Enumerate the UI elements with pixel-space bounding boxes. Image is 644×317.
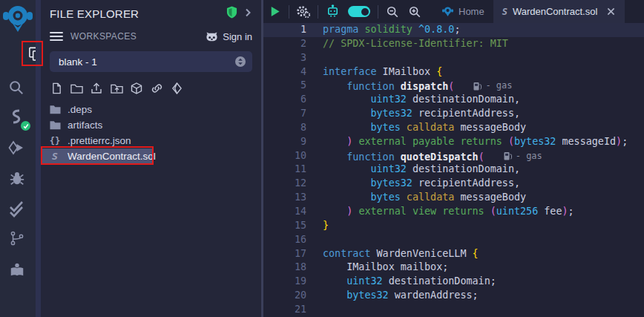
code-line-13[interactable]: 13 bytes calldata messageBody bbox=[263, 191, 644, 205]
code-line-6[interactable]: 6 uint32 destinationDomain, bbox=[263, 93, 644, 107]
line-number: 18 bbox=[263, 261, 306, 275]
workspaces-label: WORKSPACES bbox=[70, 31, 198, 42]
code-line-14[interactable]: 14 ) external view returns (uint256 fee)… bbox=[263, 205, 644, 219]
gas-estimate-hint: - gas bbox=[473, 79, 512, 93]
solidity-file-icon[interactable] bbox=[170, 82, 183, 95]
publish-ipfs-icon[interactable] bbox=[130, 82, 143, 95]
git-icon[interactable] bbox=[7, 229, 27, 248]
sign-in-button[interactable]: Sign in bbox=[206, 31, 252, 42]
code-line-2[interactable]: 2// SPDX-License-Identifier: MIT bbox=[263, 37, 644, 51]
line-number: 19 bbox=[263, 275, 306, 289]
code-line-1[interactable]: 1pragma solidity ^0.8.0; bbox=[263, 23, 644, 37]
solidity-compiler-icon[interactable] bbox=[7, 108, 26, 127]
toolbar-separator bbox=[378, 5, 378, 19]
code-line-20[interactable]: 20 bytes32 wardenAddress; bbox=[263, 289, 644, 303]
learneth-icon[interactable] bbox=[7, 261, 27, 280]
file-row-artifacts[interactable]: artifacts bbox=[41, 117, 261, 133]
upload-folder-icon[interactable] bbox=[110, 82, 123, 95]
remix-ide-window: FILE EXPLORER WORKSPACES bbox=[0, 0, 644, 317]
code-line-21[interactable]: 21 bbox=[263, 303, 644, 317]
line-number: 3 bbox=[263, 51, 306, 65]
line-number: 21 bbox=[263, 303, 306, 317]
code-line-5[interactable]: 5 function dispatch( - gas bbox=[263, 79, 644, 93]
upload-file-icon[interactable] bbox=[90, 82, 103, 95]
folder-icon bbox=[49, 104, 61, 116]
line-number: 13 bbox=[263, 191, 306, 205]
editor-header: Home S WardenContract.sol bbox=[263, 0, 644, 23]
file-label: WardenContract.sol bbox=[68, 151, 156, 162]
code-line-8[interactable]: 8 bytes calldata messageBody bbox=[263, 121, 644, 135]
file-tree: .deps artifacts{}.prettierrc.jsonSWarden… bbox=[41, 102, 261, 164]
compile-success-badge bbox=[21, 121, 30, 131]
line-number: 17 bbox=[263, 247, 306, 261]
debugger-icon[interactable] bbox=[7, 169, 27, 188]
gas-pump-icon bbox=[504, 151, 512, 160]
code-line-18[interactable]: 18 IMailbox mailbox; bbox=[263, 261, 644, 275]
line-number: 11 bbox=[263, 163, 306, 177]
line-number: 1 bbox=[263, 23, 306, 37]
chevron-right-icon[interactable] bbox=[243, 4, 252, 20]
zoom-out-icon[interactable] bbox=[384, 3, 401, 21]
panel-header: FILE EXPLORER bbox=[41, 0, 261, 24]
line-number: 16 bbox=[263, 233, 306, 247]
file-row-.deps[interactable]: .deps bbox=[41, 102, 261, 117]
new-folder-icon[interactable] bbox=[70, 82, 83, 95]
zoom-in-icon[interactable] bbox=[406, 3, 424, 21]
code-line-7[interactable]: 7 bytes32 recipientAddress, bbox=[263, 107, 644, 121]
activity-bar bbox=[0, 0, 36, 317]
code-line-9[interactable]: 9 ) external payable returns (bytes32 me… bbox=[263, 135, 644, 149]
code-line-15[interactable]: 15} bbox=[263, 219, 644, 233]
code-line-4[interactable]: 4interface IMailbox { bbox=[263, 65, 644, 79]
code-line-16[interactable]: 16 bbox=[263, 233, 644, 247]
compile-settings-icon[interactable] bbox=[295, 3, 312, 21]
solidity-file-icon: S bbox=[49, 151, 61, 163]
remix-logo-icon[interactable] bbox=[2, 2, 33, 33]
file-label: .prettierrc.json bbox=[68, 135, 131, 146]
unit-testing-icon[interactable] bbox=[7, 199, 26, 218]
sign-in-label: Sign in bbox=[223, 31, 252, 42]
deploy-run-icon[interactable] bbox=[7, 139, 26, 158]
panel-title: FILE EXPLORER bbox=[50, 4, 220, 20]
line-number: 14 bbox=[263, 205, 306, 219]
workspace-name: blank - 1 bbox=[59, 56, 234, 68]
code-line-10[interactable]: 10 function quoteDispatch( - gas bbox=[263, 149, 644, 163]
line-number: 10 bbox=[263, 149, 306, 163]
code-line-11[interactable]: 11 uint32 destinationDomain, bbox=[263, 163, 644, 177]
line-number: 7 bbox=[263, 107, 306, 121]
file-row-WardenContract.sol[interactable]: SWardenContract.sol bbox=[41, 148, 154, 164]
tab-home[interactable]: Home bbox=[433, 0, 493, 23]
json-file-icon: {} bbox=[49, 135, 61, 147]
gas-pump-icon bbox=[473, 82, 482, 91]
file-label: artifacts bbox=[68, 120, 102, 131]
editor-area: Home S WardenContract.sol 1pragma solidi… bbox=[261, 0, 644, 317]
run-script-button[interactable] bbox=[266, 3, 283, 21]
tab-wardencontract[interactable]: S WardenContract.sol bbox=[493, 0, 625, 23]
github-icon bbox=[206, 31, 218, 42]
toolbar-separator bbox=[289, 5, 289, 19]
ai-toggle[interactable] bbox=[348, 6, 370, 17]
gas-estimate-hint: - gas bbox=[504, 149, 542, 163]
shield-status-icon[interactable] bbox=[226, 2, 237, 22]
tab-label: WardenContract.sol bbox=[513, 6, 597, 17]
line-number: 2 bbox=[263, 37, 306, 51]
close-tab-icon[interactable] bbox=[605, 7, 616, 17]
new-file-icon[interactable] bbox=[50, 82, 63, 95]
file-row-.prettierrc.json[interactable]: {}.prettierrc.json bbox=[41, 133, 261, 148]
code-line-3[interactable]: 3 bbox=[263, 51, 644, 65]
code-line-17[interactable]: 17contract WardenVeniceLLM { bbox=[263, 247, 644, 261]
code-line-19[interactable]: 19 uint32 destinationDomain; bbox=[263, 275, 644, 289]
line-number: 20 bbox=[263, 289, 306, 303]
tab-label: Home bbox=[459, 6, 484, 17]
link-remixd-icon[interactable] bbox=[150, 82, 163, 95]
search-icon[interactable] bbox=[7, 78, 26, 97]
activity-bar-edge bbox=[36, 0, 41, 317]
workspace-select[interactable]: blank - 1 bbox=[50, 51, 252, 72]
code-line-12[interactable]: 12 bytes32 recipientAddress, bbox=[263, 177, 644, 191]
line-number: 15 bbox=[263, 219, 306, 233]
workspaces-row: WORKSPACES Sign in bbox=[50, 28, 252, 45]
code-editor[interactable]: 1pragma solidity ^0.8.0;2// SPDX-License… bbox=[263, 23, 644, 317]
workspaces-menu-icon[interactable] bbox=[50, 32, 63, 41]
ai-assistant-icon[interactable] bbox=[323, 3, 341, 21]
line-number: 12 bbox=[263, 177, 306, 191]
solidity-tab-icon: S bbox=[502, 7, 507, 17]
